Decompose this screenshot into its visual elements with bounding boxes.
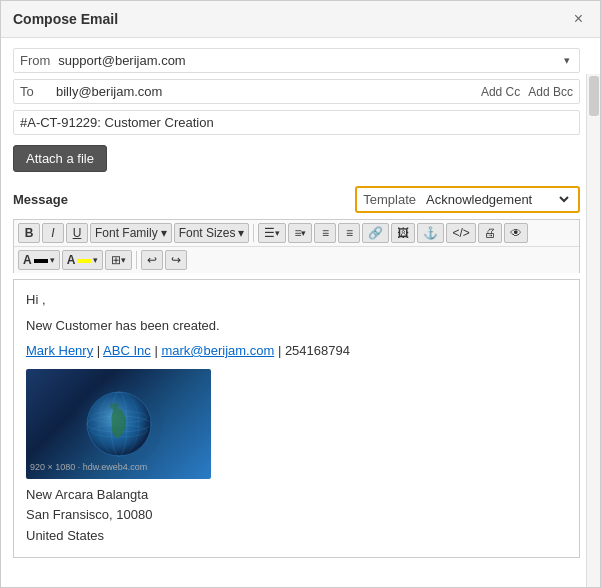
template-select[interactable]: Acknowledgement [422, 191, 572, 208]
ul-arrow: ▾ [275, 228, 280, 238]
compose-email-dialog: Compose Email × From support@berijam.com… [0, 0, 601, 588]
to-value: billy@berijam.com [56, 84, 481, 99]
font-color-swatch [34, 259, 48, 263]
preview-icon: 👁 [510, 226, 522, 240]
to-row: To billy@berijam.com Add Cc Add Bcc [13, 79, 580, 104]
template-section: Template Acknowledgement [355, 186, 580, 213]
toolbar-sep2 [136, 251, 137, 269]
redo-icon: ↪ [171, 253, 181, 267]
to-label: To [20, 84, 48, 99]
dialog-title: Compose Email [13, 11, 118, 27]
sep2: | [151, 343, 162, 358]
unordered-list-button[interactable]: ☰ ▾ [258, 223, 286, 243]
anchor-button[interactable]: ⚓ [417, 223, 444, 243]
from-label: From [20, 53, 50, 68]
contact-line: Mark Henry | ABC Inc | mark@berijam.com … [26, 341, 567, 361]
message-template-row: Message Template Acknowledgement [13, 186, 580, 213]
table-button[interactable]: ⊞ ▾ [105, 250, 132, 270]
scrollbar-track[interactable] [586, 74, 600, 587]
message-label: Message [13, 192, 68, 207]
contact-name-link[interactable]: Mark Henry [26, 343, 93, 358]
table-arrow: ▾ [121, 255, 126, 265]
globe-image: 920 × 1080 · hdw.eweb4.com [26, 369, 211, 479]
subject-value: #A-CT-91229: Customer Creation [20, 115, 214, 130]
title-bar: Compose Email × [1, 1, 600, 38]
undo-button[interactable]: ↩ [141, 250, 163, 270]
undo-icon: ↩ [147, 253, 157, 267]
sep1: | [93, 343, 103, 358]
from-dropdown[interactable]: ▾ [561, 54, 573, 67]
subject-row[interactable]: #A-CT-91229: Customer Creation [13, 110, 580, 135]
table-icon: ⊞ [111, 253, 121, 267]
company-link[interactable]: ABC Inc [103, 343, 151, 358]
font-color-dropdown[interactable]: A ▾ [18, 250, 60, 270]
redo-button[interactable]: ↪ [165, 250, 187, 270]
highlight-swatch [77, 259, 91, 263]
font-sizes-dropdown[interactable]: Font Sizes ▾ [174, 223, 250, 243]
align-left-icon: ≡ [322, 226, 329, 240]
greeting-line: Hi , [26, 290, 567, 310]
font-color-icon: A [23, 253, 32, 267]
bold-button[interactable]: B [18, 223, 40, 243]
address-line1: San Fransisco, 10080 [26, 505, 567, 526]
toolbar-sep1 [253, 224, 254, 242]
globe-svg [74, 379, 164, 469]
preview-button[interactable]: 👁 [504, 223, 528, 243]
highlight-color-arrow: ▾ [93, 255, 98, 265]
to-actions: Add Cc Add Bcc [481, 85, 573, 99]
from-row: From support@berijam.com ▾ [13, 48, 580, 73]
image-caption: 920 × 1080 · hdw.eweb4.com [30, 461, 147, 475]
editor-content: Hi , New Customer has been created. Mark… [26, 290, 567, 547]
image-icon: 🖼 [397, 226, 409, 240]
editor-body[interactable]: Hi , New Customer has been created. Mark… [13, 279, 580, 558]
add-bcc-link[interactable]: Add Bcc [528, 85, 573, 99]
from-value: support@berijam.com [58, 53, 561, 68]
email-link[interactable]: mark@berijam.com [161, 343, 274, 358]
underline-button[interactable]: U [66, 223, 88, 243]
font-family-dropdown[interactable]: Font Family ▾ [90, 223, 172, 243]
ol-icon: ≡ [294, 226, 301, 240]
attach-section: Attach a file [13, 145, 580, 172]
template-label: Template [363, 192, 416, 207]
code-button[interactable]: </> [446, 223, 475, 243]
align-left-button[interactable]: ≡ [314, 223, 336, 243]
font-sizes-arrow: ▾ [238, 226, 244, 240]
anchor-icon: ⚓ [423, 226, 438, 240]
ol-arrow: ▾ [301, 228, 306, 238]
highlight-color-icon: A [67, 253, 76, 267]
font-sizes-label: Font Sizes [179, 226, 236, 240]
scrollbar-thumb[interactable] [589, 76, 599, 116]
print-button[interactable]: 🖨 [478, 223, 502, 243]
font-family-label: Font Family [95, 226, 158, 240]
ordered-list-button[interactable]: ≡ ▾ [288, 223, 312, 243]
toolbar-row1: B I U Font Family ▾ Font Sizes ▾ ☰ [14, 220, 579, 247]
font-color-arrow: ▾ [50, 255, 55, 265]
link-icon: 🔗 [368, 226, 383, 240]
align-right-button[interactable]: ≡ [338, 223, 360, 243]
toolbar-row2: A ▾ A ▾ ⊞ ▾ [14, 247, 579, 273]
editor-toolbar: B I U Font Family ▾ Font Sizes ▾ ☰ [13, 219, 580, 273]
font-family-arrow: ▾ [161, 226, 167, 240]
highlight-color-dropdown[interactable]: A ▾ [62, 250, 104, 270]
add-cc-link[interactable]: Add Cc [481, 85, 520, 99]
address-block: New Arcara Balangta San Fransisco, 10080… [26, 485, 567, 547]
sep3: | [274, 343, 285, 358]
attach-file-button[interactable]: Attach a file [13, 145, 107, 172]
ul-icon: ☰ [264, 226, 275, 240]
close-button[interactable]: × [569, 9, 588, 29]
print-icon: 🖨 [484, 226, 496, 240]
image-button[interactable]: 🖼 [391, 223, 415, 243]
address-country: United States [26, 526, 567, 547]
italic-button[interactable]: I [42, 223, 64, 243]
code-icon: </> [452, 226, 469, 240]
dialog-body: From support@berijam.com ▾ To billy@beri… [1, 38, 600, 568]
align-right-icon: ≡ [346, 226, 353, 240]
address-name: New Arcara Balangta [26, 485, 567, 506]
body-line1: New Customer has been created. [26, 316, 567, 336]
phone-number: 254168794 [285, 343, 350, 358]
link-button[interactable]: 🔗 [362, 223, 389, 243]
